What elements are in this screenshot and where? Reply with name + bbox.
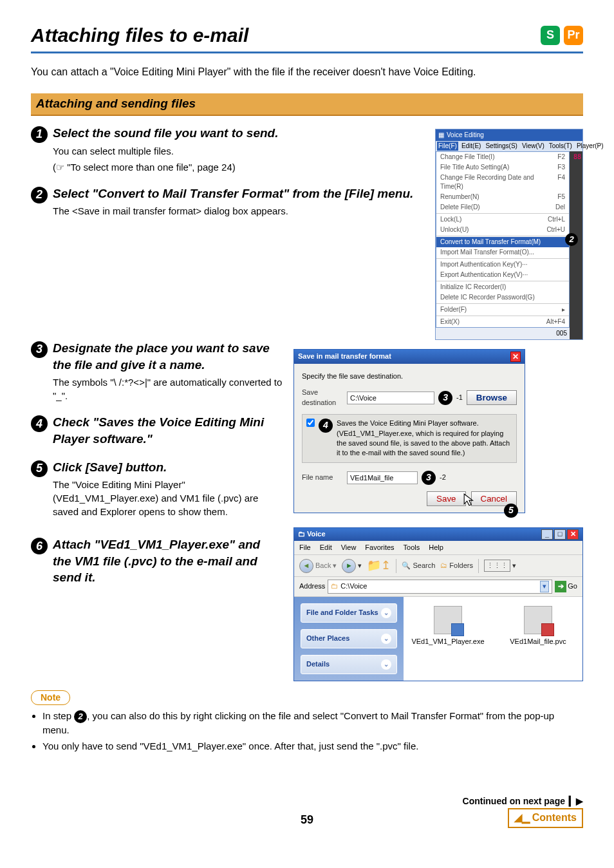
save-dialog: Save in mail transfer format ✕ Specify t… (293, 349, 525, 513)
step-desc-1a: You can select multiple files. (53, 144, 426, 158)
ve-menu-settings[interactable]: Settings(S) (484, 142, 518, 151)
step-num-1: 1 (31, 126, 48, 143)
ve-item-exit[interactable]: Exit(X)Alt+F4 (436, 317, 569, 327)
note-item: You only have to send "VEd1_VM1_Player.e… (42, 739, 583, 753)
ve-item[interactable]: Initialize IC Recorder(I) (436, 282, 569, 292)
details-pane[interactable]: Details⌄ (301, 655, 397, 674)
ve-item[interactable]: Import Mail Transfer Format(O)... (436, 247, 569, 258)
tasks-pane[interactable]: File and Folder Tasks⌄ (301, 603, 397, 623)
step-desc-1b: (☞ "To select more than one file", page … (53, 160, 426, 174)
address-label: Address (299, 581, 325, 591)
expand-icon[interactable]: ⌄ (381, 608, 391, 618)
explorer-window: 🗀 Voice _ □ ✕ File Edit View Favorites T… (293, 527, 583, 681)
views-button[interactable]: ⋮⋮⋮ ▾ (484, 560, 516, 572)
address-input[interactable]: 🗀 C:\Voice ▾ (328, 580, 552, 593)
mode-badges: S Pr (541, 26, 583, 45)
callout-3-2: 3 (422, 471, 436, 485)
file-item[interactable]: VEd1_VM1_Player.exe (413, 606, 483, 672)
address-dropdown[interactable]: ▾ (540, 581, 549, 592)
ve-item[interactable]: Change File Title(I)F2 (436, 152, 569, 162)
folder-icon: 🗀 (298, 530, 305, 538)
ve-counter: 88 (571, 153, 581, 162)
ve-item[interactable]: Unlock(U)Ctrl+U (436, 225, 569, 235)
ve-item[interactable]: Folder(F)▸ (436, 305, 569, 315)
ve-menu-edit[interactable]: Edit(E) (460, 142, 483, 151)
folders-button[interactable]: 🗂 Folders (440, 561, 473, 571)
maximize-button[interactable]: □ (554, 529, 566, 540)
folder-icon: 🗀 (331, 581, 338, 591)
close-button[interactable]: ✕ (567, 529, 579, 540)
ve-item[interactable]: Renumber(N)F5 (436, 192, 569, 202)
menu-tools[interactable]: Tools (404, 543, 420, 552)
dest-input[interactable]: C:\Voice (347, 392, 434, 404)
page-title: Attaching files to e-mail (31, 22, 248, 49)
step-title-5: Click [Save] button. (53, 459, 272, 476)
ve-item[interactable]: Import Authentication Key(Y)··· (436, 259, 569, 270)
exe-file-icon (434, 606, 462, 634)
ve-item-convert[interactable]: Convert to Mail Transfer Format(M) 2 (436, 237, 569, 247)
continue-arrow-icon: ▎▶ (569, 795, 583, 808)
ve-item[interactable]: File Title Auto Setting(A)F3 (436, 162, 569, 173)
expand-icon[interactable]: ⌄ (381, 659, 391, 670)
back-button[interactable]: ◄Back ▾ (299, 559, 337, 573)
step-title-3: Designate the place you want to save the… (53, 340, 284, 373)
go-button[interactable]: ➔Go (555, 581, 577, 592)
voice-editing-app: ▦Voice Editing File(F) Edit(E) Settings(… (435, 129, 583, 340)
callout-3-1-suffix: -1 (456, 393, 463, 402)
callout-3-1: 3 (438, 391, 452, 405)
step-num-5: 5 (31, 460, 48, 477)
menu-favorites[interactable]: Favorites (365, 543, 394, 552)
callout-3-2-suffix: -2 (440, 473, 446, 482)
ve-item[interactable]: Delete IC Recorder Password(G) (436, 292, 569, 303)
file-item[interactable]: VEd1Mail_file.pvc (503, 606, 573, 672)
cursor-icon (463, 493, 477, 509)
section-heading: Attaching and sending files (31, 93, 583, 116)
step-desc-2: The <Save in mail transfer format> dialo… (53, 204, 426, 218)
folders-icon: 🗂 (440, 561, 447, 571)
ve-item[interactable]: Change File Recording Date and Time(R)F4 (436, 173, 569, 192)
menu-help[interactable]: Help (429, 543, 443, 552)
ve-item[interactable]: Lock(L)Ctrl+L (436, 214, 569, 225)
search-button[interactable]: 🔍 Search (402, 561, 435, 571)
ve-menu-view[interactable]: View(V) (521, 142, 546, 151)
file-name: VEd1_VM1_Player.exe (411, 637, 484, 646)
forward-button[interactable]: ► ▾ (342, 559, 362, 573)
callout-4: 4 (319, 419, 333, 433)
badge-pr: Pr (564, 26, 583, 45)
continued-label: Continued on next page ▎▶ (463, 795, 583, 808)
ve-menu-tools[interactable]: Tools(T) (548, 142, 573, 151)
ve-menu-player[interactable]: Player(P) (575, 142, 605, 151)
save-player-text: Saves the Voice Editing Mini Player soft… (337, 419, 512, 458)
callout-5: 5 (504, 504, 518, 518)
browse-button[interactable]: Browse (467, 390, 517, 405)
save-player-checkbox[interactable] (306, 419, 315, 427)
inline-step-2: 2 (74, 710, 87, 723)
menu-edit[interactable]: Edit (320, 543, 332, 552)
step-num-3: 3 (31, 341, 48, 358)
filename-input[interactable]: VEd1Mail_file (347, 471, 418, 484)
ve-item[interactable]: Export Authentication Key(V)··· (436, 270, 569, 280)
explorer-title: Voice (307, 530, 326, 538)
ve-file-menu: Change File Title(I)F2 File Title Auto S… (436, 151, 570, 328)
up-button[interactable]: 📁↥ (367, 558, 391, 574)
ve-menubar[interactable]: File(F) Edit(E) Settings(S) View(V) Tool… (436, 141, 582, 151)
step-desc-5: The "Voice Editing Mini Player" (VEd1_VM… (53, 478, 272, 518)
search-icon: 🔍 (402, 561, 411, 571)
contents-icon: ◢▁ (514, 811, 530, 825)
expand-icon[interactable]: ⌄ (381, 634, 391, 644)
menu-file[interactable]: File (299, 543, 311, 552)
step-title-4: Check "Saves the Voice Editing Mini Play… (53, 414, 272, 447)
menu-view[interactable]: View (341, 543, 357, 552)
close-button[interactable]: ✕ (510, 352, 521, 362)
explorer-menubar[interactable]: File Edit View Favorites Tools Help (294, 541, 582, 555)
ve-item[interactable]: Delete File(D)Del (436, 202, 569, 212)
ve-menu-file[interactable]: File(F) (437, 142, 458, 151)
contents-button[interactable]: ◢▁ Contents (508, 808, 583, 827)
dialog-titlebar: Save in mail transfer format ✕ (294, 350, 525, 364)
save-button[interactable]: Save (427, 491, 465, 506)
step-num-2: 2 (31, 187, 48, 203)
minimize-button[interactable]: _ (541, 529, 553, 540)
places-pane[interactable]: Other Places⌄ (301, 629, 397, 648)
step-title-2: Select "Convert to Mail Transfer Format"… (53, 185, 426, 202)
callout-2: 2 (565, 233, 578, 246)
